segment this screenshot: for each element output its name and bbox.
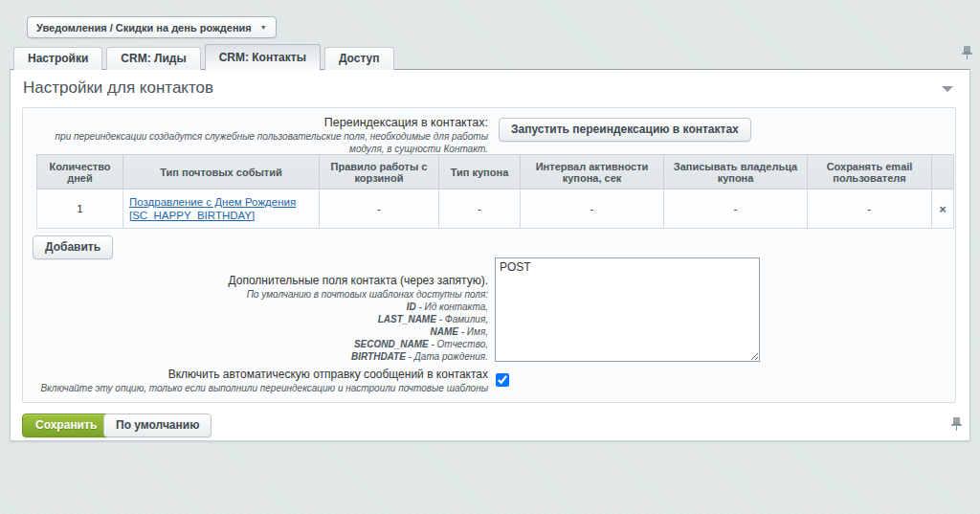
cell-save-email: - — [808, 190, 932, 229]
save-button[interactable]: Сохранить — [22, 413, 110, 437]
cell-coupon-owner: - — [664, 190, 808, 229]
collapse-chevron-icon[interactable] — [942, 86, 953, 92]
reindex-button[interactable]: Запустить переиндексацию в контактах — [499, 118, 751, 142]
extra-fields-hint-name: NAME - Имя, — [29, 325, 488, 338]
settings-panel: Настройки для контактов Переиндексация в… — [10, 69, 970, 441]
dropdown-arrow-icon: ▼ — [260, 24, 267, 31]
col-header-coupon-type: Тип купона — [439, 155, 521, 190]
col-header-coupon-owner: Записывать владельца купона — [664, 155, 808, 190]
event-type-code-link[interactable]: [SC_HAPPY_BIRTHDAY] — [129, 209, 313, 222]
tab-access[interactable]: Доступ — [324, 47, 394, 70]
auto-send-label: Включить автоматическую отправку сообщен… — [0, 368, 488, 381]
col-header-event-type: Тип почтовых событий — [123, 155, 320, 190]
auto-send-checkbox[interactable] — [496, 373, 509, 387]
extra-fields-label-block: Дополнительные поля контакта (через запя… — [29, 274, 488, 363]
add-button[interactable]: Добавить — [33, 235, 113, 259]
extra-fields-hint-birthdate: BIRTHDATE - Дата рождения. — [29, 350, 488, 363]
reindex-label-text: Переиндексация в контактах: — [29, 116, 488, 129]
extra-fields-label: Дополнительные поля контакта (через запя… — [29, 274, 488, 287]
extra-fields-hint-intro: По умолчанию в почтовых шаблонах доступн… — [29, 288, 488, 301]
auto-send-hint: Включайте эту опцию, только если выполни… — [0, 382, 488, 394]
events-table: Количество дней Тип почтовых событий Пра… — [36, 154, 954, 229]
col-header-save-email: Сохранять email пользователя — [808, 155, 932, 190]
col-header-actions — [932, 155, 954, 190]
table-row: 1 Поздравление с Днем Рождения [SC_HAPPY… — [37, 190, 954, 229]
pin-icon[interactable] — [962, 45, 972, 59]
reindex-label: Переиндексация в контактах: при переинде… — [29, 116, 488, 155]
tab-crm-contacts[interactable]: CRM: Контакты — [205, 44, 321, 71]
col-header-coupon-interval: Интервал активности купона, сек — [521, 155, 664, 190]
extra-fields-hint-lastname: LAST_NAME - Фамилия, — [29, 313, 488, 325]
cell-coupon-type: - — [439, 190, 521, 229]
tab-settings[interactable]: Настройки — [13, 47, 102, 70]
cell-actions: × — [932, 190, 954, 229]
reindex-hint: при переиндексации создадутся служебные … — [29, 130, 488, 155]
cell-coupon-interval: - — [521, 190, 664, 229]
extra-fields-hint-secondname: SECOND_NAME - Отчество, — [29, 338, 488, 350]
tab-crm-leads[interactable]: CRM: Лиды — [106, 47, 200, 70]
cell-event-type: Поздравление с Днем Рождения [SC_HAPPY_B… — [123, 190, 320, 229]
table-header-row: Количество дней Тип почтовых событий Пра… — [37, 155, 954, 190]
cell-days: 1 — [37, 190, 123, 229]
settings-box: Переиндексация в контактах: при переинде… — [22, 107, 956, 403]
col-header-days: Количество дней — [37, 155, 123, 190]
col-header-basket-rule: Правило работы с корзиной — [320, 155, 439, 190]
event-type-link[interactable]: Поздравление с Днем Рождения — [129, 195, 313, 209]
preset-select[interactable]: Уведомления / Скидки на день рождения ▼ — [27, 16, 277, 38]
tab-bar: Настройки CRM: Лиды CRM: Контакты Доступ — [13, 43, 394, 70]
delete-row-icon[interactable]: × — [939, 202, 947, 216]
auto-send-label-block: Включить автоматическую отправку сообщен… — [0, 368, 488, 394]
preset-select-value: Уведомления / Скидки на день рождения — [36, 22, 252, 34]
pin-icon[interactable] — [951, 416, 962, 431]
cell-basket-rule: - — [320, 190, 439, 229]
extra-fields-textarea[interactable]: POST — [495, 257, 760, 362]
default-button[interactable]: По умолчанию — [103, 413, 212, 437]
extra-fields-hint-id: ID - Ид контакта, — [29, 301, 488, 313]
page-title: Настройки для контактов — [23, 78, 213, 98]
